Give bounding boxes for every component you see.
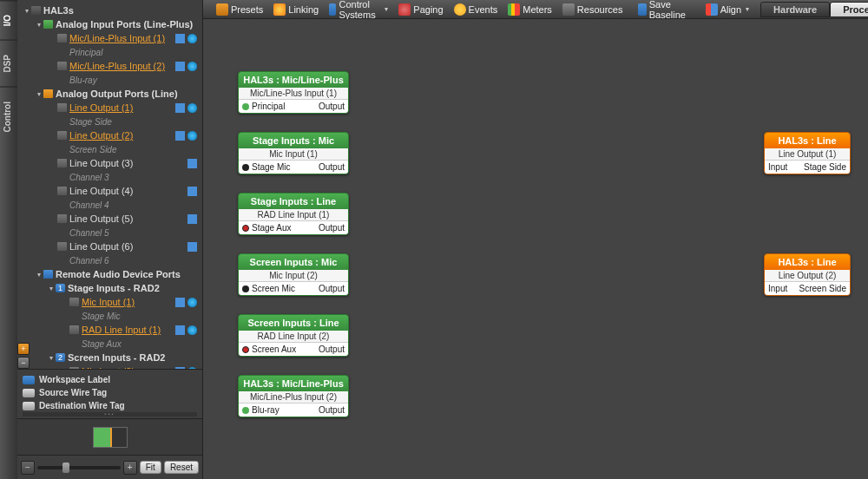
paging-icon	[398, 3, 411, 16]
output-port[interactable]	[348, 286, 349, 292]
fit-button[interactable]: Fit	[140, 461, 161, 474]
block-line-out-1[interactable]: HAL3s : Line Line Output (1) InputStage …	[764, 132, 851, 174]
tree-radin1[interactable]: RAD Line Input (1)	[82, 325, 161, 335]
block-screen-mic[interactable]: Screen Inputs : Mic Mic Input (2) Screen…	[238, 253, 349, 296]
device-icon	[31, 6, 41, 15]
tree-rad[interactable]: Remote Audio Device Ports	[56, 269, 181, 279]
tree-lo4-sub: Channel 4	[69, 200, 109, 210]
tree-lo6[interactable]: Line Output (6)	[69, 241, 133, 252]
port-out-label: Output	[319, 223, 345, 233]
legend-source[interactable]: Source Wire Tag	[39, 388, 107, 397]
paging-button[interactable]: Paging	[394, 3, 447, 16]
output-port[interactable]	[850, 286, 851, 292]
port-dot-icon	[242, 346, 249, 353]
link-icon[interactable]	[187, 242, 197, 252]
side-tab-dsp[interactable]: DSP	[0, 40, 17, 87]
output-port[interactable]	[348, 408, 349, 413]
block-line-out-2[interactable]: HAL3s : Line Line Output (2) InputScreen…	[764, 253, 851, 296]
gear-icon[interactable]	[187, 131, 197, 141]
link-icon[interactable]	[187, 187, 197, 196]
slider-thumb[interactable]	[62, 463, 69, 473]
expander-icon[interactable]: ▾	[47, 354, 56, 362]
presets-button[interactable]: Presets	[212, 3, 267, 16]
reset-button[interactable]: Reset	[164, 461, 199, 474]
tab-hardware[interactable]: Hardware	[760, 2, 830, 17]
resources-button[interactable]: Resources	[558, 3, 628, 16]
side-tab-io[interactable]: I/O	[0, 0, 17, 40]
save-baseline-button[interactable]: Save Baseline	[634, 0, 694, 21]
gear-icon[interactable]	[187, 34, 197, 43]
canvas[interactable]: HAL3s : Mic/Line-Plus Mic/Line-Plus Inpu…	[203, 19, 868, 479]
gear-icon[interactable]	[187, 62, 197, 71]
link-icon[interactable]	[187, 214, 197, 224]
port-icon	[57, 242, 67, 251]
link-icon[interactable]	[175, 325, 185, 335]
input-port[interactable]	[764, 286, 765, 292]
block-subtitle: Line Output (1)	[765, 148, 850, 161]
expander-icon[interactable]: ▾	[35, 21, 43, 29]
events-icon	[454, 3, 466, 16]
expand-all-button[interactable]: +	[17, 343, 30, 355]
block-title: HAL3s : Line	[765, 254, 850, 270]
link-icon[interactable]	[175, 62, 185, 71]
output-port[interactable]	[348, 104, 349, 109]
block-mic-line-1[interactable]: HAL3s : Mic/Line-Plus Mic/Line-Plus Inpu…	[238, 71, 349, 114]
port-dot-icon	[242, 103, 249, 110]
meters-button[interactable]: Meters	[503, 3, 556, 16]
tree-lo4[interactable]: Line Output (4)	[69, 186, 133, 196]
tree-micin1[interactable]: Mic Input (1)	[82, 297, 135, 307]
input-port[interactable]	[764, 165, 765, 170]
block-stage-mic[interactable]: Stage Inputs : Mic Mic Input (1) Stage M…	[238, 132, 349, 174]
tree-lo2[interactable]: Line Output (2)	[69, 130, 133, 141]
tree-analog-in[interactable]: Analog Input Ports (Line-Plus)	[56, 19, 193, 30]
collapse-all-button[interactable]: −	[17, 357, 30, 369]
output-port[interactable]	[348, 226, 349, 231]
tree-radin1-sub: Stage Aux	[82, 339, 122, 349]
control-systems-button[interactable]: Control Systems	[325, 0, 392, 21]
block-stage-line[interactable]: Stage Inputs : Line RAD Line Input (1) S…	[238, 193, 349, 235]
align-button[interactable]: Align	[701, 3, 753, 16]
link-icon[interactable]	[175, 298, 185, 307]
source-tag-icon	[23, 389, 35, 397]
events-button[interactable]: Events	[450, 3, 503, 16]
gear-icon[interactable]	[187, 298, 197, 307]
link-icon[interactable]	[175, 34, 185, 43]
tree-root[interactable]: HAL3s	[43, 5, 74, 16]
output-port[interactable]	[348, 347, 349, 352]
gear-icon[interactable]	[187, 325, 197, 335]
output-port[interactable]	[850, 165, 851, 170]
zoom-out-button[interactable]: −	[21, 461, 35, 475]
mini-map[interactable]	[17, 418, 203, 455]
tree-mic1[interactable]: Mic/Line-Plus Input (1)	[69, 33, 165, 43]
tree-stage-rad[interactable]: Stage Inputs - RAD2	[68, 283, 160, 293]
block-screen-line[interactable]: Screen Inputs : Line RAD Line Input (2) …	[238, 314, 349, 357]
zoom-in-button[interactable]: +	[123, 461, 137, 475]
link-icon[interactable]	[175, 103, 185, 113]
expander-icon[interactable]: ▾	[47, 285, 56, 292]
side-tab-control[interactable]: Control	[0, 87, 17, 147]
expander-icon[interactable]: ▾	[35, 271, 43, 279]
tree-micin1-sub: Stage Mic	[82, 312, 120, 321]
legend-dest[interactable]: Destination Wire Tag	[39, 401, 125, 410]
expander-icon[interactable]: ▾	[35, 90, 43, 98]
tree-mic2[interactable]: Mic/Line-Plus Input (2)	[69, 61, 165, 71]
tree-lo1[interactable]: Line Output (1)	[69, 102, 133, 113]
tree-lo5[interactable]: Line Output (5)	[69, 213, 133, 224]
resize-grip[interactable]: •••	[23, 412, 197, 417]
link-icon[interactable]	[187, 159, 197, 168]
tree-screen-rad[interactable]: Screen Inputs - RAD2	[68, 352, 165, 363]
gear-icon[interactable]	[187, 103, 197, 113]
block-mic-line-2[interactable]: HAL3s : Mic/Line-Plus Mic/Line-Plus Inpu…	[238, 375, 349, 417]
zoom-slider[interactable]	[37, 466, 121, 469]
tab-processing[interactable]: Processing	[830, 2, 868, 17]
tree-analog-out[interactable]: Analog Output Ports (Line)	[56, 89, 178, 99]
output-port[interactable]	[348, 165, 349, 170]
port-icon	[57, 159, 67, 167]
tree-lo3[interactable]: Line Output (3)	[69, 158, 133, 168]
block-title: HAL3s : Mic/Line-Plus	[239, 72, 348, 88]
expander-icon[interactable]: ▾	[23, 7, 31, 15]
linking-button[interactable]: Linking	[269, 3, 323, 16]
tree-mic1-sub: Principal	[69, 48, 102, 57]
legend-workspace[interactable]: Workspace Label	[39, 375, 110, 384]
link-icon[interactable]	[175, 131, 185, 141]
